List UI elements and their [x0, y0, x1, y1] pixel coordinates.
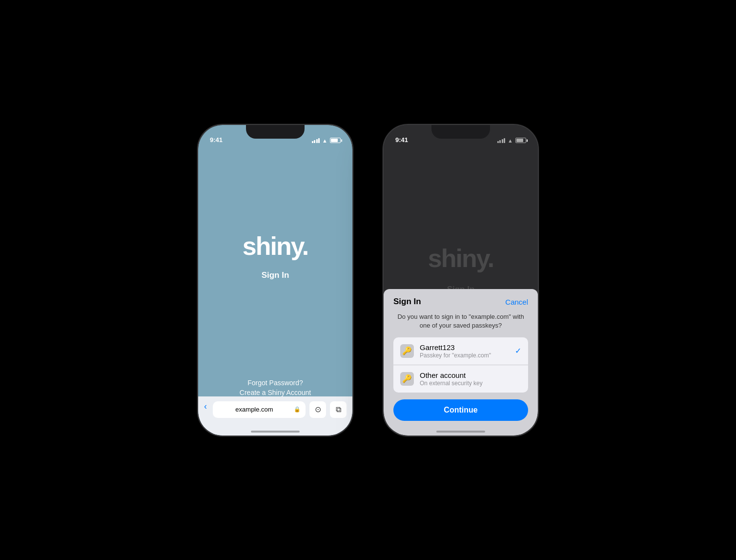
phone1-app-content: shiny. Sign In: [243, 125, 308, 379]
passkey-subtitle-1: On external security key: [420, 380, 521, 387]
passkey-info-0: Garrett123 Passkey for "example.com": [420, 343, 509, 359]
app-logo-2: shiny.: [428, 244, 493, 273]
url-bar[interactable]: example.com 🔒: [213, 401, 306, 418]
signal-icon-1: [312, 138, 320, 143]
status-time-2: 9:41: [395, 130, 408, 144]
phone-power-button: [352, 201, 353, 236]
phone-2: 9:41 ▲ shiny. Sign In Forgot Password? C…: [383, 124, 539, 436]
home-indicator-2: [436, 431, 485, 433]
passkey-sheet: Sign In Cancel Do you want to sign in to…: [384, 289, 538, 435]
cancel-button[interactable]: Cancel: [505, 298, 528, 306]
passkey-info-1: Other account On external security key: [420, 371, 521, 387]
status-time-1: 9:41: [210, 130, 223, 144]
battery-icon-2: [515, 138, 526, 143]
phone2-power-button: [538, 201, 539, 236]
back-arrow-icon[interactable]: ‹: [204, 401, 207, 412]
passkey-item-0[interactable]: 🔑 Garrett123 Passkey for "example.com" ✓: [393, 337, 528, 365]
tabs-button[interactable]: ⧉: [330, 401, 347, 418]
continue-button[interactable]: Continue: [393, 399, 528, 421]
lock-icon: 🔒: [294, 406, 301, 413]
forgot-password-link-1[interactable]: Forgot Password?: [247, 379, 303, 387]
status-icons-1: ▲: [312, 132, 341, 144]
create-account-link-1[interactable]: Create a Shiny Account: [240, 389, 311, 396]
passkey-list: 🔑 Garrett123 Passkey for "example.com" ✓…: [393, 337, 528, 393]
battery-icon-1: [330, 138, 341, 143]
phone-1: 9:41 ▲ shiny. Sign In Forgot Password? C…: [197, 124, 353, 436]
browser-bar-1: ‹ example.com 🔒 ⊙ ⧉: [198, 396, 352, 436]
sheet-title: Sign In: [393, 297, 421, 307]
status-icons-2: ▲: [497, 132, 526, 144]
checkmark-icon-0: ✓: [515, 346, 521, 355]
passkey-item-1[interactable]: 🔑 Other account On external security key: [393, 365, 528, 393]
share-button[interactable]: ⊙: [309, 401, 326, 418]
phone2-screen: 9:41 ▲ shiny. Sign In Forgot Password? C…: [384, 125, 538, 436]
home-indicator-1: [251, 431, 300, 433]
status-bar-1: 9:41 ▲: [198, 125, 352, 146]
status-bar-2: 9:41 ▲: [384, 125, 538, 146]
phone1-screen: 9:41 ▲ shiny. Sign In Forgot Password? C…: [198, 125, 352, 436]
sheet-header: Sign In Cancel: [393, 297, 528, 307]
sheet-description: Do you want to sign in to "example.com" …: [393, 312, 528, 330]
passkey-name-1: Other account: [420, 371, 521, 379]
signal-icon-2: [497, 138, 506, 143]
app-logo-1: shiny.: [243, 233, 308, 259]
passkey-subtitle-0: Passkey for "example.com": [420, 352, 509, 359]
key-icon-0: 🔑: [400, 344, 414, 358]
wifi-icon-2: ▲: [508, 138, 513, 144]
sign-in-title-1: Sign In: [262, 270, 289, 280]
wifi-icon-1: ▲: [322, 138, 327, 144]
passkey-name-0: Garrett123: [420, 343, 509, 352]
key-icon-1: 🔑: [400, 372, 414, 386]
url-text: example.com: [218, 406, 291, 413]
